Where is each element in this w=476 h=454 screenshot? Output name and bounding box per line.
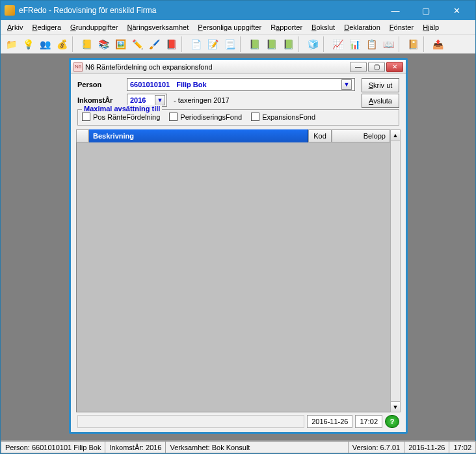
col-beskrivning[interactable]: Beskrivning: [89, 129, 308, 142]
grid-header: Beskrivning Kod Belopp: [76, 129, 390, 142]
taxering-text: - taxeringen 2017: [174, 96, 230, 104]
child-window: N6 N6 Räntefördelning och expansionsfond…: [69, 58, 408, 434]
year-label: InkomstÅr: [77, 96, 124, 104]
mdi-area: N6 N6 Räntefördelning och expansionsfond…: [1, 54, 475, 440]
status-verksamhet: Verksamhet: Bok Konsult: [165, 441, 348, 453]
tool-bulb-icon[interactable]: 💡: [20, 36, 36, 52]
skrivut-button[interactable]: Skriv ut: [362, 78, 399, 92]
menu-naringsverksamhet[interactable]: Näringsverksamhet: [124, 22, 193, 33]
tool-export-icon[interactable]: 📤: [430, 36, 445, 52]
child-minimize-button[interactable]: —: [350, 62, 367, 72]
menubar: Arkiv Redigera Grunduppgifter Näringsver…: [1, 20, 475, 34]
tool-cube-icon[interactable]: 🧊: [305, 36, 321, 52]
tool-books-icon[interactable]: 📚: [96, 36, 111, 52]
status-inkomstar: InkomstÅr: 2016: [105, 441, 166, 453]
tool-users-icon[interactable]: 👥: [37, 36, 53, 52]
tool-form3-icon[interactable]: 📃: [222, 36, 237, 52]
menu-deklaration[interactable]: Deklaration: [340, 22, 384, 33]
minimize-button[interactable]: —: [380, 3, 410, 18]
max-avsattning-fieldset: Maximal avsättning till Pos RänteFördeln…: [77, 109, 399, 126]
main-window: eFRedo - Redovisning för enskild Firma —…: [0, 0, 476, 454]
tool-brush-icon[interactable]: 🖌️: [146, 36, 162, 52]
menu-bokslut[interactable]: Bokslut: [308, 22, 339, 33]
col-belopp[interactable]: Belopp: [332, 129, 390, 142]
tool-form2-icon[interactable]: 📝: [205, 36, 220, 52]
status-date: 2016-11-26: [404, 441, 449, 453]
help-button[interactable]: ?: [385, 415, 399, 428]
person-combo[interactable]: 6601010101 Filip Bok ▼: [127, 78, 355, 91]
tool-green1-icon[interactable]: 📗: [246, 36, 262, 52]
tool-pencil-icon[interactable]: ✏️: [129, 36, 145, 52]
child-icon: N6: [73, 62, 83, 72]
maximize-button[interactable]: ▢: [411, 3, 441, 18]
grid: Beskrivning Kod Belopp ▲ ▼: [76, 129, 401, 412]
checkbox-icon: [169, 113, 178, 121]
tool-yellow-icon[interactable]: 📔: [405, 36, 421, 52]
status-person: Person: 6601010101 Filip Bok: [1, 441, 105, 453]
menu-redigera[interactable]: Redigera: [28, 22, 65, 33]
status-version: Version: 6.7.01: [348, 441, 404, 453]
tool-chart1-icon[interactable]: 📈: [330, 36, 345, 52]
chk-periodiseringsfond[interactable]: PeriodiseringsFond: [169, 113, 242, 121]
tool-ledger-icon[interactable]: 📋: [364, 36, 379, 52]
main-statusbar: Person: 6601010101 Filip Bok InkomstÅr: …: [1, 440, 475, 453]
tool-book1-icon[interactable]: 📒: [79, 36, 94, 52]
row-header-corner: [76, 129, 89, 142]
main-titlebar: eFRedo - Redovisning för enskild Firma —…: [1, 1, 475, 20]
avsluta-button[interactable]: Avsluta: [362, 94, 399, 108]
chk-pos-rantefordelning[interactable]: Pos RänteFördelning: [82, 113, 160, 121]
child-status-date: 2016-11-26: [307, 415, 352, 428]
menu-personliga[interactable]: Personliga uppgifter: [194, 22, 265, 33]
child-statusbar: 2016-11-26 17:02 ?: [73, 414, 403, 429]
chk-expansion-label: ExpansionsFond: [262, 113, 315, 121]
tool-bag-icon[interactable]: 💰: [54, 36, 70, 52]
person-name: Filip Bok: [176, 81, 206, 88]
year-value: 2016: [130, 96, 146, 104]
status-time: 17:02: [449, 441, 476, 453]
app-icon: [5, 5, 15, 16]
chevron-down-icon: ▼: [155, 95, 165, 105]
checkbox-icon: [251, 113, 259, 121]
menu-arkiv[interactable]: Arkiv: [3, 22, 27, 33]
menu-hjalp[interactable]: Hjälp: [419, 22, 443, 33]
child-maximize-button[interactable]: ▢: [368, 62, 385, 72]
child-close-button[interactable]: ✕: [386, 62, 403, 72]
tool-image-icon[interactable]: 🖼️: [112, 36, 128, 52]
checkbox-icon: [82, 113, 90, 121]
scroll-up-button[interactable]: ▲: [391, 130, 400, 140]
chk-expansionsfond[interactable]: ExpansionsFond: [251, 113, 315, 121]
tool-green2-icon[interactable]: 📗: [263, 36, 279, 52]
tool-green3-icon[interactable]: 📗: [280, 36, 296, 52]
tool-book3-icon[interactable]: 📕: [163, 36, 179, 52]
tool-folder-icon[interactable]: 📁: [3, 36, 19, 52]
menu-rapporter[interactable]: Rapporter: [267, 22, 306, 33]
person-label: Person: [77, 81, 124, 88]
fieldset-legend: Maximal avsättning till: [82, 105, 162, 113]
tool-form1-icon[interactable]: 📄: [188, 36, 204, 52]
chk-pos-label: Pos RänteFördelning: [93, 113, 160, 121]
tool-book4-icon[interactable]: 📖: [380, 36, 396, 52]
chk-period-label: PeriodiseringsFond: [180, 113, 242, 121]
child-status-time: 17:02: [355, 415, 382, 428]
menu-grunduppgifter[interactable]: Grunduppgifter: [66, 22, 122, 33]
child-status-spacer: [77, 415, 304, 428]
menu-fonster[interactable]: Fönster: [386, 22, 417, 33]
tool-chart2-icon[interactable]: 📊: [347, 36, 362, 52]
close-button[interactable]: ✕: [442, 3, 471, 18]
vertical-scrollbar[interactable]: ▲ ▼: [390, 129, 401, 412]
app-title: eFRedo - Redovisning för enskild Firma: [19, 6, 380, 15]
grid-body[interactable]: [76, 142, 390, 412]
child-titlebar: N6 N6 Räntefördelning och expansionsfond…: [71, 60, 406, 74]
child-title: N6 Räntefördelning och expansionsfond: [85, 63, 347, 71]
person-id: 6601010101: [130, 81, 170, 88]
col-kod[interactable]: Kod: [308, 129, 332, 142]
child-body: Person 6601010101 Filip Bok ▼ InkomstÅr …: [71, 74, 406, 432]
scroll-down-button[interactable]: ▼: [391, 401, 400, 412]
chevron-down-icon: ▼: [341, 79, 352, 90]
toolbar: 📁 💡 👥 💰 📒 📚 🖼️ ✏️ 🖌️ 📕 📄 📝 📃 📗 📗 📗 🧊 📈 📊…: [1, 34, 475, 54]
